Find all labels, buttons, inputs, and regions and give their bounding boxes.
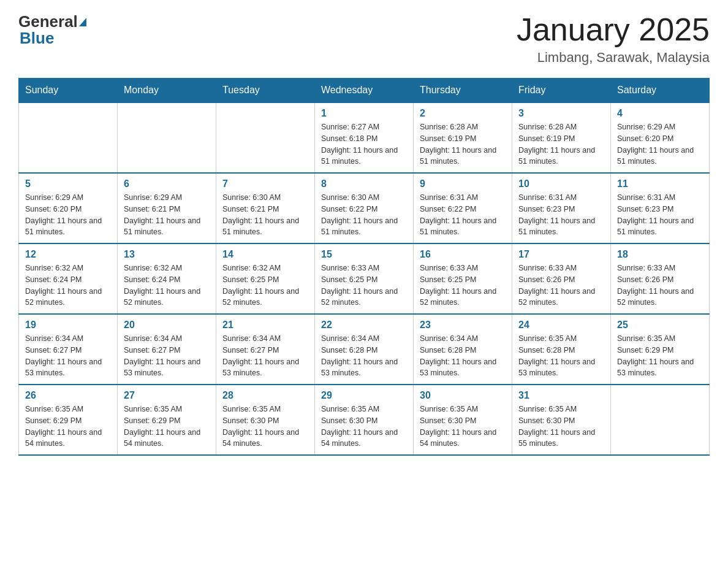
day-number: 3	[518, 108, 604, 119]
day-number: 31	[518, 390, 604, 401]
day-info: Sunrise: 6:31 AM Sunset: 6:23 PM Dayligh…	[617, 192, 703, 238]
weekday-header-tuesday: Tuesday	[216, 79, 315, 103]
calendar-cell: 7Sunrise: 6:30 AM Sunset: 6:21 PM Daylig…	[216, 173, 315, 243]
day-number: 26	[25, 390, 111, 401]
day-info: Sunrise: 6:30 AM Sunset: 6:22 PM Dayligh…	[321, 192, 407, 238]
calendar-cell: 3Sunrise: 6:28 AM Sunset: 6:19 PM Daylig…	[512, 102, 611, 173]
week-row-4: 19Sunrise: 6:34 AM Sunset: 6:27 PM Dayli…	[19, 314, 710, 385]
day-info: Sunrise: 6:34 AM Sunset: 6:27 PM Dayligh…	[222, 333, 308, 379]
day-number: 30	[420, 390, 506, 401]
calendar-cell: 25Sunrise: 6:35 AM Sunset: 6:29 PM Dayli…	[611, 314, 710, 385]
calendar-cell: 12Sunrise: 6:32 AM Sunset: 6:24 PM Dayli…	[19, 243, 118, 314]
day-number: 6	[124, 178, 210, 190]
calendar-cell: 15Sunrise: 6:33 AM Sunset: 6:25 PM Dayli…	[315, 243, 414, 314]
week-row-1: 1Sunrise: 6:27 AM Sunset: 6:18 PM Daylig…	[19, 102, 710, 173]
weekday-header-row: SundayMondayTuesdayWednesdayThursdayFrid…	[19, 79, 710, 103]
day-info: Sunrise: 6:35 AM Sunset: 6:28 PM Dayligh…	[518, 333, 604, 379]
day-info: Sunrise: 6:35 AM Sunset: 6:30 PM Dayligh…	[420, 404, 506, 450]
day-number: 25	[617, 320, 703, 331]
calendar-cell: 10Sunrise: 6:31 AM Sunset: 6:23 PM Dayli…	[512, 173, 611, 243]
day-number: 1	[321, 108, 407, 119]
day-info: Sunrise: 6:33 AM Sunset: 6:26 PM Dayligh…	[518, 262, 604, 308]
day-info: Sunrise: 6:34 AM Sunset: 6:28 PM Dayligh…	[420, 333, 506, 379]
day-number: 10	[518, 178, 604, 190]
calendar-cell: 6Sunrise: 6:29 AM Sunset: 6:21 PM Daylig…	[118, 173, 216, 243]
day-number: 19	[25, 320, 111, 331]
calendar-cell: 8Sunrise: 6:30 AM Sunset: 6:22 PM Daylig…	[315, 173, 414, 243]
calendar-cell: 18Sunrise: 6:33 AM Sunset: 6:26 PM Dayli…	[611, 243, 710, 314]
logo-blue-text: Blue	[20, 29, 54, 47]
weekday-header-thursday: Thursday	[414, 79, 512, 103]
calendar-cell	[19, 102, 118, 173]
day-info: Sunrise: 6:34 AM Sunset: 6:28 PM Dayligh…	[321, 333, 407, 379]
calendar-cell: 30Sunrise: 6:35 AM Sunset: 6:30 PM Dayli…	[414, 385, 512, 455]
calendar-cell: 24Sunrise: 6:35 AM Sunset: 6:28 PM Dayli…	[512, 314, 611, 385]
day-number: 2	[420, 108, 506, 119]
page-header: General Blue January 2025 Limbang, Saraw…	[18, 12, 710, 66]
calendar-cell	[611, 385, 710, 455]
calendar-cell: 19Sunrise: 6:34 AM Sunset: 6:27 PM Dayli…	[19, 314, 118, 385]
weekday-header-monday: Monday	[118, 79, 216, 103]
calendar-cell: 11Sunrise: 6:31 AM Sunset: 6:23 PM Dayli…	[611, 173, 710, 243]
weekday-header-friday: Friday	[512, 79, 611, 103]
calendar-cell: 23Sunrise: 6:34 AM Sunset: 6:28 PM Dayli…	[414, 314, 512, 385]
logo: General Blue	[18, 12, 88, 48]
day-number: 20	[124, 320, 210, 331]
day-info: Sunrise: 6:35 AM Sunset: 6:29 PM Dayligh…	[617, 333, 703, 379]
calendar-cell: 9Sunrise: 6:31 AM Sunset: 6:22 PM Daylig…	[414, 173, 512, 243]
calendar-cell: 28Sunrise: 6:35 AM Sunset: 6:30 PM Dayli…	[216, 385, 315, 455]
day-number: 11	[617, 178, 703, 190]
day-info: Sunrise: 6:33 AM Sunset: 6:25 PM Dayligh…	[321, 262, 407, 308]
day-number: 21	[222, 320, 308, 331]
day-number: 5	[25, 178, 111, 190]
day-number: 29	[321, 390, 407, 401]
day-info: Sunrise: 6:28 AM Sunset: 6:19 PM Dayligh…	[518, 121, 604, 167]
weekday-header-wednesday: Wednesday	[315, 79, 414, 103]
calendar-cell	[216, 102, 315, 173]
day-number: 15	[321, 249, 407, 260]
day-info: Sunrise: 6:35 AM Sunset: 6:30 PM Dayligh…	[222, 404, 308, 450]
weekday-header-saturday: Saturday	[611, 79, 710, 103]
day-info: Sunrise: 6:27 AM Sunset: 6:18 PM Dayligh…	[321, 121, 407, 167]
calendar-cell: 29Sunrise: 6:35 AM Sunset: 6:30 PM Dayli…	[315, 385, 414, 455]
calendar-cell: 27Sunrise: 6:35 AM Sunset: 6:29 PM Dayli…	[118, 385, 216, 455]
day-number: 12	[25, 249, 111, 260]
calendar-cell: 5Sunrise: 6:29 AM Sunset: 6:20 PM Daylig…	[19, 173, 118, 243]
logo-triangle-icon	[79, 18, 86, 26]
calendar-cell: 26Sunrise: 6:35 AM Sunset: 6:29 PM Dayli…	[19, 385, 118, 455]
day-info: Sunrise: 6:32 AM Sunset: 6:24 PM Dayligh…	[25, 262, 111, 308]
week-row-3: 12Sunrise: 6:32 AM Sunset: 6:24 PM Dayli…	[19, 243, 710, 314]
day-number: 27	[124, 390, 210, 401]
day-info: Sunrise: 6:31 AM Sunset: 6:23 PM Dayligh…	[518, 192, 604, 238]
day-info: Sunrise: 6:33 AM Sunset: 6:25 PM Dayligh…	[420, 262, 506, 308]
day-number: 22	[321, 320, 407, 331]
calendar-cell: 20Sunrise: 6:34 AM Sunset: 6:27 PM Dayli…	[118, 314, 216, 385]
day-info: Sunrise: 6:34 AM Sunset: 6:27 PM Dayligh…	[25, 333, 111, 379]
day-number: 7	[222, 178, 308, 190]
calendar-cell	[118, 102, 216, 173]
title-block: January 2025 Limbang, Sarawak, Malaysia	[517, 12, 710, 66]
day-info: Sunrise: 6:35 AM Sunset: 6:29 PM Dayligh…	[25, 404, 111, 450]
calendar-cell: 13Sunrise: 6:32 AM Sunset: 6:24 PM Dayli…	[118, 243, 216, 314]
day-info: Sunrise: 6:32 AM Sunset: 6:24 PM Dayligh…	[124, 262, 210, 308]
day-info: Sunrise: 6:28 AM Sunset: 6:19 PM Dayligh…	[420, 121, 506, 167]
day-number: 18	[617, 249, 703, 260]
day-info: Sunrise: 6:35 AM Sunset: 6:30 PM Dayligh…	[518, 404, 604, 450]
day-number: 9	[420, 178, 506, 190]
day-number: 4	[617, 108, 703, 119]
day-info: Sunrise: 6:29 AM Sunset: 6:21 PM Dayligh…	[124, 192, 210, 238]
day-info: Sunrise: 6:32 AM Sunset: 6:25 PM Dayligh…	[222, 262, 308, 308]
day-info: Sunrise: 6:33 AM Sunset: 6:26 PM Dayligh…	[617, 262, 703, 308]
day-number: 8	[321, 178, 407, 190]
location-title: Limbang, Sarawak, Malaysia	[517, 50, 710, 66]
day-info: Sunrise: 6:34 AM Sunset: 6:27 PM Dayligh…	[124, 333, 210, 379]
day-number: 14	[222, 249, 308, 260]
day-number: 16	[420, 249, 506, 260]
calendar-cell: 16Sunrise: 6:33 AM Sunset: 6:25 PM Dayli…	[414, 243, 512, 314]
calendar-table: SundayMondayTuesdayWednesdayThursdayFrid…	[18, 78, 710, 456]
calendar-cell: 14Sunrise: 6:32 AM Sunset: 6:25 PM Dayli…	[216, 243, 315, 314]
month-title: January 2025	[517, 12, 710, 47]
day-info: Sunrise: 6:35 AM Sunset: 6:30 PM Dayligh…	[321, 404, 407, 450]
day-info: Sunrise: 6:35 AM Sunset: 6:29 PM Dayligh…	[124, 404, 210, 450]
calendar-cell: 4Sunrise: 6:29 AM Sunset: 6:20 PM Daylig…	[611, 102, 710, 173]
